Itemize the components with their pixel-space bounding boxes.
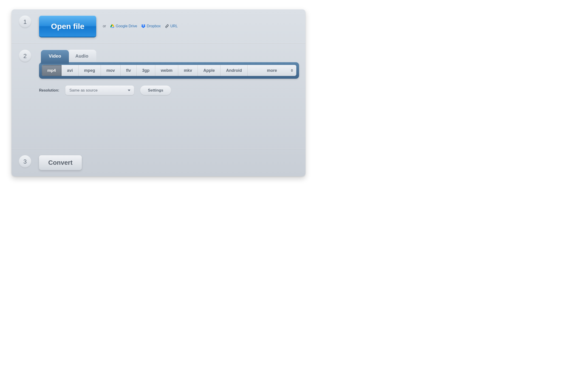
format-android[interactable]: Android [220,65,248,76]
format-webm[interactable]: webm [155,65,178,76]
format-tabs: Video Audio mp4avimpegmovflv3gpwebmmkvAp… [39,50,299,79]
tab-strip: Video Audio [39,50,299,62]
format-mkv[interactable]: mkv [178,65,198,76]
format-avi[interactable]: avi [62,65,79,76]
resolution-dropdown[interactable]: Same as source [65,86,134,95]
link-icon [165,24,169,28]
google-drive-icon [110,24,114,28]
source-google-drive[interactable]: Google Drive [110,24,137,28]
step-badge-3: 3 [19,155,31,168]
format-button-row: mp4avimpegmovflv3gpwebmmkvAppleAndroidmo… [42,65,296,76]
step-1-section: 1 Open file or Google Drive [11,9,305,43]
resolution-row: Resolution: Same as source Settings [39,86,299,95]
source-dropbox-label: Dropbox [147,24,160,28]
dropbox-icon [141,24,145,28]
format-more[interactable]: more [248,65,296,76]
tab-audio[interactable]: Audio [68,50,96,62]
source-dropbox[interactable]: Dropbox [141,24,160,28]
or-label: or [103,24,106,28]
format-mpeg[interactable]: mpeg [79,65,101,76]
svg-marker-3 [141,25,143,26]
tab-video[interactable]: Video [41,50,69,62]
source-url[interactable]: URL [165,24,178,28]
convert-button[interactable]: Convert [39,155,82,170]
step-badge-2: 2 [19,50,31,62]
settings-button[interactable]: Settings [140,86,171,95]
step-2-section: 2 Video Audio mp4avimpegmovflv3gpwebmmkv… [11,43,305,149]
step-1-row: Open file or Google Drive [39,16,299,37]
format-flv[interactable]: flv [121,65,137,76]
open-file-button[interactable]: Open file [39,16,96,37]
alt-sources: or Google Drive [103,24,178,28]
resolution-label: Resolution: [39,88,59,92]
format-3gp[interactable]: 3gp [137,65,155,76]
format-mov[interactable]: mov [101,65,121,76]
sort-arrows-icon [291,69,293,72]
step-3-section: 3 Convert [11,149,305,176]
source-google-drive-label: Google Drive [116,24,137,28]
format-mp4[interactable]: mp4 [42,65,62,76]
format-bar: mp4avimpegmovflv3gpwebmmkvAppleAndroidmo… [39,62,299,79]
converter-panel: 1 Open file or Google Drive [11,9,305,176]
format-apple[interactable]: Apple [198,65,220,76]
source-url-label: URL [170,24,178,28]
svg-marker-4 [143,25,145,26]
step-badge-1: 1 [19,16,31,28]
